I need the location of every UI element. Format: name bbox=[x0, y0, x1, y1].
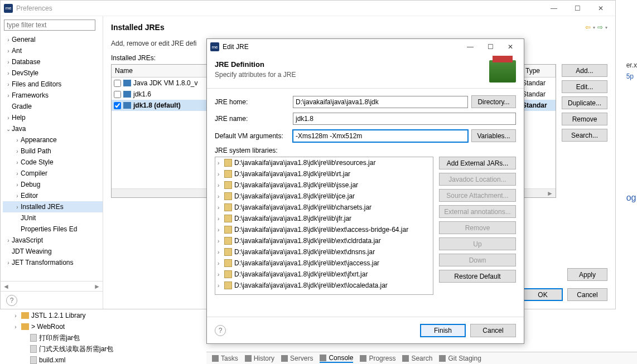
bottom-tab[interactable]: Progress bbox=[360, 355, 395, 362]
tree-hscroll[interactable]: ◄► bbox=[1, 281, 103, 291]
project-tree[interactable]: ›JSTL 1.2.1 Library›> WebRoot打印所需jar包门式天… bbox=[7, 310, 113, 364]
side-button[interactable]: Remove bbox=[562, 113, 607, 125]
proj-item[interactable]: build.xml bbox=[7, 355, 113, 364]
dialog-side-button[interactable]: Add External JARs... bbox=[439, 157, 516, 169]
expand-icon[interactable]: › bbox=[14, 159, 21, 166]
dialog-minimize-button[interactable]: — bbox=[460, 40, 480, 54]
expand-icon[interactable]: › bbox=[218, 260, 224, 266]
tree-item[interactable]: ›Ant bbox=[3, 45, 103, 56]
back-menu-icon[interactable]: ▾ bbox=[593, 25, 595, 30]
directory-button[interactable]: Directory... bbox=[471, 95, 516, 108]
expand-icon[interactable]: › bbox=[5, 70, 12, 76]
lib-item[interactable]: ›D:\javakaifa\java\java1.8\jdk\jre\lib\e… bbox=[215, 235, 433, 246]
side-button[interactable]: Duplicate... bbox=[562, 96, 607, 109]
jre-checkbox[interactable] bbox=[114, 91, 121, 98]
expand-icon[interactable]: › bbox=[14, 148, 21, 154]
expand-icon[interactable]: › bbox=[218, 249, 224, 255]
jre-home-input[interactable] bbox=[293, 96, 468, 108]
dialog-cancel-button[interactable]: Cancel bbox=[470, 324, 516, 337]
tree-item[interactable]: ›Files and Editors bbox=[3, 79, 103, 90]
bottom-tab[interactable]: Git Staging bbox=[439, 355, 481, 362]
expand-icon[interactable]: › bbox=[5, 93, 12, 99]
dialog-close-button[interactable]: ✕ bbox=[500, 40, 520, 54]
tree-item[interactable]: ⌄Java bbox=[3, 123, 103, 134]
tree-item[interactable]: ›Appearance bbox=[3, 134, 103, 145]
expand-icon[interactable]: › bbox=[12, 324, 19, 330]
lib-item[interactable]: ›D:\javakaifa\java\java1.8\jdk\jre\lib\c… bbox=[215, 202, 433, 213]
dialog-help-icon[interactable]: ? bbox=[215, 325, 226, 336]
tree-item[interactable]: ›Debug bbox=[3, 179, 103, 190]
prefs-tree[interactable]: ›General›Ant›Database›DevStyle›Files and… bbox=[1, 34, 103, 281]
bottom-tab[interactable]: History bbox=[245, 355, 274, 362]
tree-item[interactable]: ›Build Path bbox=[3, 145, 103, 157]
bottom-tabs[interactable]: TasksHistoryServersConsoleProgressSearch… bbox=[206, 352, 637, 364]
expand-icon[interactable]: › bbox=[14, 182, 21, 188]
expand-icon[interactable]: › bbox=[218, 193, 224, 200]
vmargs-input[interactable] bbox=[293, 130, 468, 142]
jre-checkbox[interactable] bbox=[114, 80, 121, 87]
tree-item[interactable]: Gradle bbox=[3, 101, 103, 112]
col-type[interactable]: Type bbox=[522, 65, 556, 77]
expand-icon[interactable]: › bbox=[5, 115, 12, 121]
tree-item[interactable]: JUnit bbox=[3, 212, 103, 224]
cancel-button[interactable]: Cancel bbox=[567, 288, 607, 301]
tree-item[interactable]: ›Frameworks bbox=[3, 90, 103, 101]
proj-item[interactable]: 打印所需jar包 bbox=[7, 332, 113, 343]
bottom-tab[interactable]: Tasks bbox=[212, 355, 238, 362]
expand-icon[interactable]: › bbox=[218, 271, 224, 278]
jre-name-input[interactable] bbox=[293, 113, 516, 125]
dialog-side-button[interactable]: Restore Default bbox=[439, 270, 516, 283]
side-button[interactable]: Edit... bbox=[562, 80, 607, 93]
lib-item[interactable]: ›D:\javakaifa\java\java1.8\jdk\jre\lib\j… bbox=[215, 213, 433, 224]
variables-button[interactable]: Variables... bbox=[471, 129, 516, 142]
expand-icon[interactable]: › bbox=[5, 260, 12, 266]
expand-icon[interactable]: › bbox=[5, 37, 12, 43]
proj-item[interactable]: ›> WebRoot bbox=[7, 321, 113, 332]
expand-icon[interactable]: › bbox=[12, 313, 19, 319]
expand-icon[interactable]: › bbox=[5, 59, 12, 65]
expand-icon[interactable]: ⌄ bbox=[5, 126, 12, 132]
filter-input[interactable] bbox=[4, 20, 95, 31]
lib-item[interactable]: ›D:\javakaifa\java\java1.8\jdk\jre\lib\e… bbox=[215, 280, 433, 291]
jre-checkbox[interactable] bbox=[114, 102, 121, 109]
expand-icon[interactable]: › bbox=[14, 137, 21, 143]
lib-item[interactable]: ›D:\javakaifa\java\java1.8\jdk\jre\lib\e… bbox=[215, 258, 433, 269]
tree-item[interactable]: Properties Files Ed bbox=[3, 224, 103, 235]
apply-button[interactable]: Apply bbox=[567, 268, 607, 281]
expand-icon[interactable]: › bbox=[218, 283, 224, 289]
expand-icon[interactable]: › bbox=[218, 160, 224, 166]
proj-item[interactable]: ›JSTL 1.2.1 Library bbox=[7, 310, 113, 321]
expand-icon[interactable]: › bbox=[5, 81, 12, 88]
tree-item[interactable]: ›General bbox=[3, 34, 103, 45]
bottom-tab[interactable]: Search bbox=[402, 355, 432, 362]
maximize-button[interactable]: ☐ bbox=[566, 2, 588, 15]
lib-item[interactable]: ›D:\javakaifa\java\java1.8\jdk\jre\lib\j… bbox=[215, 179, 433, 191]
tree-item[interactable]: ›Database bbox=[3, 56, 103, 67]
expand-icon[interactable]: › bbox=[218, 216, 224, 222]
minimize-button[interactable]: — bbox=[543, 2, 565, 15]
expand-icon[interactable]: › bbox=[14, 171, 21, 177]
lib-item[interactable]: ›D:\javakaifa\java\java1.8\jdk\jre\lib\e… bbox=[215, 246, 433, 258]
back-icon[interactable]: ⇦ bbox=[585, 23, 591, 31]
lib-item[interactable]: ›D:\javakaifa\java\java1.8\jdk\jre\lib\r… bbox=[215, 168, 433, 179]
finish-button[interactable]: Finish bbox=[420, 324, 466, 337]
expand-icon[interactable]: › bbox=[218, 171, 224, 177]
side-button[interactable]: Search... bbox=[562, 129, 607, 142]
dialog-titlebar[interactable]: me Edit JRE — ☐ ✕ bbox=[207, 39, 524, 55]
expand-icon[interactable]: › bbox=[5, 237, 12, 244]
tree-item[interactable]: ›Compiler bbox=[3, 168, 103, 179]
bottom-tab[interactable]: Servers bbox=[281, 355, 313, 362]
expand-icon[interactable]: › bbox=[14, 193, 21, 199]
expand-icon[interactable]: › bbox=[218, 238, 224, 244]
tree-item[interactable]: ›Code Style bbox=[3, 157, 103, 168]
tree-item[interactable]: ›Installed JREs bbox=[3, 201, 103, 212]
forward-icon[interactable]: ⇨ bbox=[597, 23, 603, 31]
lib-list[interactable]: ›D:\javakaifa\java\java1.8\jdk\jre\lib\r… bbox=[215, 157, 433, 295]
lib-item[interactable]: ›D:\javakaifa\java\java1.8\jdk\jre\lib\e… bbox=[215, 224, 433, 235]
bottom-tab[interactable]: Console bbox=[320, 354, 353, 363]
close-button[interactable]: ✕ bbox=[590, 2, 612, 15]
tree-item[interactable]: ›Editor bbox=[3, 190, 103, 201]
expand-icon[interactable]: › bbox=[218, 182, 224, 188]
expand-icon[interactable]: › bbox=[218, 205, 224, 211]
tree-item[interactable]: JDT Weaving bbox=[3, 246, 103, 257]
